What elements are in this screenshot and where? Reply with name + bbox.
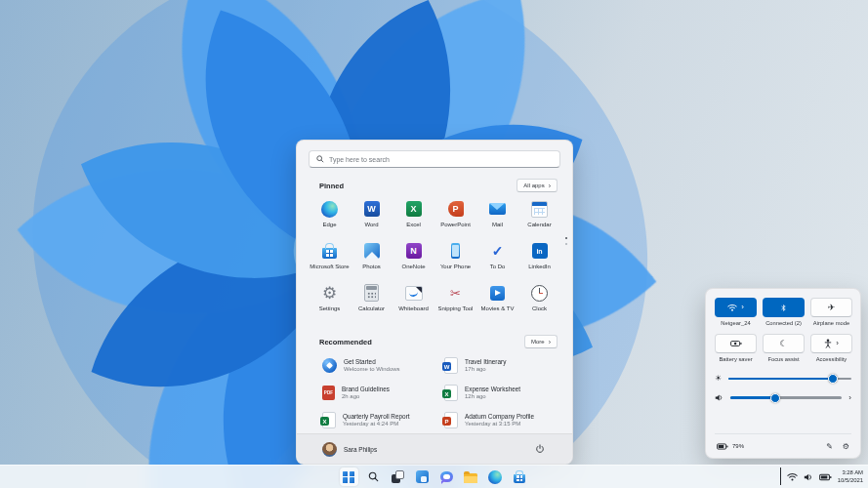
app-label: Photos [362,264,381,269]
recommended-item[interactable]: W Travel Itinerary 17h ago [444,354,560,376]
power-button[interactable] [533,442,547,456]
volume-slider-thumb[interactable] [770,393,780,403]
word-doc-icon: W [444,357,458,374]
search-icon [316,155,324,163]
powerpoint-icon: P [445,199,467,219]
recommended-item[interactable]: X Expense Worksheet 12h ago [444,382,560,403]
recommended-item-subtitle: Welcome to Windows [344,366,400,372]
focus-assist-label: Focus assist [767,356,799,362]
pinned-app-movies-tv[interactable]: Movies & TV [476,280,518,322]
pinned-app-onenote[interactable]: N OneNote [393,238,434,280]
all-apps-button[interactable]: All apps › [517,179,558,192]
edit-quick-settings-button[interactable]: ✎ [826,442,833,451]
chevron-right-icon: › [549,339,551,346]
tray-battery-icon[interactable] [819,473,832,481]
airplane-icon: ✈ [828,304,836,312]
pinned-app-clock[interactable]: Clock [518,280,560,322]
pinned-app-to-do[interactable]: ✓ To Do [476,238,518,280]
movies-play-icon [487,283,509,303]
pinned-app-mail[interactable]: Mail [476,196,518,238]
pinned-title: Pinned [319,182,344,190]
more-button[interactable]: More › [524,335,558,348]
pinned-app-edge[interactable]: Edge [309,196,351,238]
app-label: LinkedIn [528,264,551,269]
recommended-item[interactable]: PDF Brand Guidelines 2h ago [322,382,438,403]
file-explorer-button[interactable] [462,468,480,486]
search-input[interactable]: Type here to search [309,150,560,168]
bluetooth-tile[interactable] [763,298,805,317]
tray-wifi-icon[interactable] [787,472,798,481]
brightness-slider[interactable] [728,378,851,381]
app-label: OneNote [401,264,425,269]
focus-assist-tile[interactable]: ☾ [763,334,805,353]
tray-time: 3:28 AM [838,469,863,477]
recommended-item[interactable]: X Quarterly Payroll Report Yesterday at … [322,409,438,430]
taskbar-store-button[interactable] [511,468,529,486]
bluetooth-label: Connected (2) [765,320,802,326]
app-label: Word [364,222,378,227]
user-profile-button[interactable]: Sara Philips [322,442,377,457]
pinned-app-word[interactable]: W Word [351,196,393,238]
chevron-right-icon: › [549,183,551,189]
airplane-mode-label: Airplane mode [813,320,849,326]
recommended-item[interactable]: P Adatum Company Profile Yesterday at 3:… [444,409,560,430]
app-label: PowerPoint [440,222,471,227]
pinned-app-calculator[interactable]: Calculator [351,280,393,322]
app-label: To Do [490,264,506,269]
recommended-item[interactable]: Get Started Welcome to Windows [322,354,438,376]
settings-shortcut-button[interactable]: ⚙ [843,442,849,451]
whiteboard-icon [403,283,425,303]
wifi-tile[interactable]: › [715,298,757,317]
chevron-right-icon[interactable]: › [848,394,851,402]
accessibility-label: Accessibility [816,356,847,362]
store-icon [319,241,341,261]
pinned-app-linkedin[interactable]: in LinkedIn [518,238,560,280]
taskbar-search-button[interactable] [364,468,383,486]
pinned-app-photos[interactable]: Photos [351,238,393,280]
accessibility-tile[interactable]: › [810,334,852,353]
tray-speaker-icon[interactable] [804,472,813,482]
tray-overflow-button[interactable] [780,468,781,486]
pinned-app-microsoft-store[interactable]: Microsoft Store [309,238,351,280]
pinned-app-calendar[interactable]: Calendar [518,196,560,238]
desktop[interactable]: { "icons": { "chevron_right": "›", "gear… [0,0,868,488]
widgets-icon [416,470,429,483]
app-label: Settings [319,305,341,311]
battery-status[interactable]: 79% [717,443,744,450]
start-menu: Type here to search Pinned All apps › Ed… [296,140,573,465]
pinned-app-your-phone[interactable]: Your Phone [434,238,476,280]
airplane-mode-tile[interactable]: ✈ [810,298,852,317]
quick-settings-panel: › Netgear_24 Connected (2) ✈ Airplane mo… [705,288,861,459]
linkedin-icon: in [529,241,551,261]
battery-saver-tile[interactable] [715,334,757,353]
app-label: Mail [492,222,503,227]
moon-icon: ☾ [779,340,787,348]
store-icon [514,474,525,483]
brightness-slider-thumb[interactable] [828,374,838,384]
task-view-button[interactable] [389,468,407,486]
taskbar-edge-button[interactable] [486,468,505,486]
pinned-page-dots[interactable] [565,237,567,245]
edge-icon [488,470,502,484]
chat-button[interactable] [437,468,456,486]
excel-doc-icon: X [444,385,458,401]
phone-icon [445,241,467,261]
recommended-item-subtitle: 12h ago [465,393,520,399]
pinned-app-snipping-tool[interactable]: ✂ Snipping Tool [434,280,476,322]
recommended-item-subtitle: 2h ago [342,393,390,399]
start-button[interactable] [340,468,358,486]
volume-slider[interactable] [730,396,842,399]
pinned-app-settings[interactable]: ⚙ Settings [309,280,351,322]
pinned-app-excel[interactable]: X Excel [393,196,434,238]
pinned-app-powerpoint[interactable]: P PowerPoint [434,196,476,238]
app-label: Snipping Tool [438,305,474,311]
clock-date-button[interactable]: 3:28 AM 10/5/2021 [838,469,863,485]
chevron-right-icon: › [836,340,839,347]
recommended-item-title: Adatum Company Profile [465,413,534,420]
app-label: Your Phone [440,264,471,269]
widgets-button[interactable] [413,468,432,486]
pinned-app-whiteboard[interactable]: Whiteboard [393,280,434,322]
photos-icon [361,241,383,261]
recommended-title: Recommended [319,338,372,346]
app-label: Whiteboard [398,305,429,311]
